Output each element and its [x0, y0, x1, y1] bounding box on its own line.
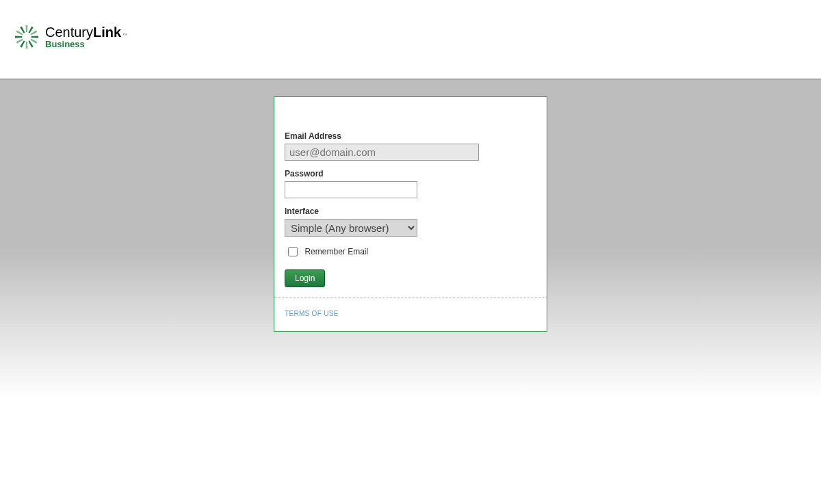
email-label: Email Address — [285, 131, 536, 141]
logo-starburst-icon — [14, 24, 40, 50]
login-box: Email Address Password Interface Simple … — [274, 96, 547, 332]
password-label: Password — [285, 169, 536, 178]
email-input[interactable] — [285, 144, 479, 161]
login-form: Email Address Password Interface Simple … — [274, 97, 547, 297]
logo-part2: Link — [93, 25, 121, 40]
logo-text: CenturyLink™ Business — [45, 25, 127, 49]
login-button[interactable]: Login — [285, 269, 325, 287]
logo-subtext: Business — [45, 39, 127, 49]
logo-tm: ™ — [122, 32, 127, 38]
header: CenturyLink™ Business — [0, 0, 821, 79]
remember-email-checkbox[interactable] — [288, 247, 298, 256]
terms-of-use-link[interactable]: TERMS OF USE — [285, 310, 339, 317]
interface-label: Interface — [285, 207, 536, 216]
password-input[interactable] — [285, 181, 417, 198]
footer-links: TERMS OF USE — [274, 297, 547, 331]
logo: CenturyLink™ Business — [14, 24, 807, 50]
logo-part1: Century — [45, 25, 93, 40]
remember-email-label: Remember Email — [304, 247, 368, 256]
content-area: Email Address Password Interface Simple … — [0, 79, 821, 504]
interface-select[interactable]: Simple (Any browser) — [285, 219, 417, 237]
